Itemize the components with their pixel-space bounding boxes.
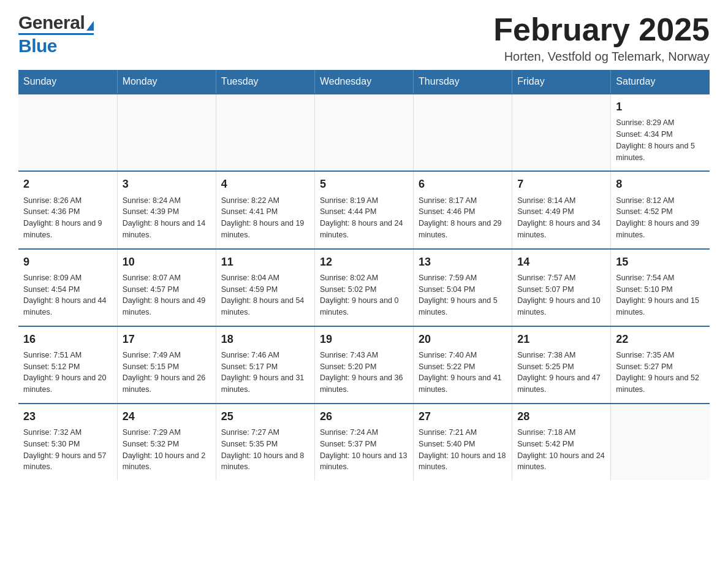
- day-number: 4: [221, 177, 309, 192]
- calendar-day-cell: [18, 94, 117, 171]
- calendar-day-cell: 5Sunrise: 8:19 AMSunset: 4:44 PMDaylight…: [314, 171, 413, 248]
- page-header: General Blue February 2025 Horten, Vestf…: [18, 12, 710, 64]
- day-info: Sunrise: 7:27 AMSunset: 5:35 PMDaylight:…: [221, 427, 309, 473]
- day-number: 5: [320, 177, 408, 192]
- calendar-day-cell: 10Sunrise: 8:07 AMSunset: 4:57 PMDayligh…: [117, 249, 216, 326]
- day-info: Sunrise: 7:49 AMSunset: 5:15 PMDaylight:…: [123, 350, 211, 396]
- day-number: 1: [616, 99, 705, 115]
- day-number: 19: [320, 332, 408, 347]
- calendar-day-cell: [414, 94, 512, 171]
- day-info: Sunrise: 7:46 AMSunset: 5:17 PMDaylight:…: [221, 350, 309, 396]
- day-info: Sunrise: 8:22 AMSunset: 4:41 PMDaylight:…: [221, 195, 309, 241]
- day-info: Sunrise: 8:17 AMSunset: 4:46 PMDaylight:…: [419, 195, 507, 241]
- calendar-week-row: 23Sunrise: 7:32 AMSunset: 5:30 PMDayligh…: [18, 404, 710, 480]
- day-info: Sunrise: 7:35 AMSunset: 5:27 PMDaylight:…: [616, 350, 705, 396]
- calendar-day-cell: 15Sunrise: 7:54 AMSunset: 5:10 PMDayligh…: [611, 249, 710, 326]
- day-info: Sunrise: 8:24 AMSunset: 4:39 PMDaylight:…: [123, 195, 211, 241]
- calendar-week-row: 2Sunrise: 8:26 AMSunset: 4:36 PMDaylight…: [18, 171, 710, 248]
- logo: General Blue: [18, 12, 94, 56]
- calendar-week-row: 16Sunrise: 7:51 AMSunset: 5:12 PMDayligh…: [18, 326, 710, 404]
- day-number: 21: [517, 332, 605, 347]
- day-info: Sunrise: 8:07 AMSunset: 4:57 PMDaylight:…: [123, 272, 211, 318]
- calendar-day-cell: [314, 94, 413, 171]
- day-number: 28: [517, 409, 605, 424]
- day-info: Sunrise: 7:32 AMSunset: 5:30 PMDaylight:…: [23, 427, 112, 473]
- calendar-day-cell: 16Sunrise: 7:51 AMSunset: 5:12 PMDayligh…: [18, 326, 117, 404]
- day-number: 15: [616, 255, 705, 270]
- day-info: Sunrise: 7:57 AMSunset: 5:07 PMDaylight:…: [517, 272, 605, 318]
- weekday-header: Tuesday: [216, 70, 314, 94]
- calendar-day-cell: 9Sunrise: 8:09 AMSunset: 4:54 PMDaylight…: [18, 249, 117, 326]
- calendar-day-cell: 2Sunrise: 8:26 AMSunset: 4:36 PMDaylight…: [18, 171, 117, 248]
- weekday-header: Thursday: [414, 70, 512, 94]
- day-number: 25: [221, 409, 309, 424]
- day-number: 6: [419, 177, 507, 192]
- logo-general-text: General: [18, 12, 85, 33]
- day-number: 16: [23, 332, 112, 347]
- calendar-day-cell: 17Sunrise: 7:49 AMSunset: 5:15 PMDayligh…: [117, 326, 216, 404]
- calendar-day-cell: 11Sunrise: 8:04 AMSunset: 4:59 PMDayligh…: [216, 249, 314, 326]
- day-info: Sunrise: 7:18 AMSunset: 5:42 PMDaylight:…: [517, 427, 605, 473]
- day-info: Sunrise: 7:43 AMSunset: 5:20 PMDaylight:…: [320, 350, 408, 396]
- logo-arrow-icon: [86, 21, 94, 31]
- day-info: Sunrise: 7:59 AMSunset: 5:04 PMDaylight:…: [419, 272, 507, 318]
- day-number: 18: [221, 332, 309, 347]
- calendar-week-row: 1Sunrise: 8:29 AMSunset: 4:34 PMDaylight…: [18, 94, 710, 171]
- calendar-day-cell: 20Sunrise: 7:40 AMSunset: 5:22 PMDayligh…: [414, 326, 512, 404]
- day-info: Sunrise: 8:14 AMSunset: 4:49 PMDaylight:…: [517, 195, 605, 241]
- weekday-header: Sunday: [18, 70, 117, 94]
- calendar-day-cell: 1Sunrise: 8:29 AMSunset: 4:34 PMDaylight…: [611, 94, 710, 171]
- calendar-day-cell: 27Sunrise: 7:21 AMSunset: 5:40 PMDayligh…: [414, 404, 512, 480]
- calendar-day-cell: 4Sunrise: 8:22 AMSunset: 4:41 PMDaylight…: [216, 171, 314, 248]
- day-info: Sunrise: 8:19 AMSunset: 4:44 PMDaylight:…: [320, 195, 408, 241]
- day-info: Sunrise: 7:38 AMSunset: 5:25 PMDaylight:…: [517, 350, 605, 396]
- calendar-table: SundayMondayTuesdayWednesdayThursdayFrid…: [18, 70, 710, 480]
- day-info: Sunrise: 8:26 AMSunset: 4:36 PMDaylight:…: [23, 195, 112, 241]
- day-number: 9: [23, 255, 112, 270]
- day-number: 12: [320, 255, 408, 270]
- calendar-day-cell: 21Sunrise: 7:38 AMSunset: 5:25 PMDayligh…: [512, 326, 611, 404]
- weekday-header: Monday: [117, 70, 216, 94]
- calendar-day-cell: [512, 94, 611, 171]
- day-number: 22: [616, 332, 705, 347]
- calendar-day-cell: [216, 94, 314, 171]
- day-number: 27: [419, 409, 507, 424]
- calendar-day-cell: 28Sunrise: 7:18 AMSunset: 5:42 PMDayligh…: [512, 404, 611, 480]
- calendar-day-cell: 13Sunrise: 7:59 AMSunset: 5:04 PMDayligh…: [414, 249, 512, 326]
- day-info: Sunrise: 7:21 AMSunset: 5:40 PMDaylight:…: [419, 427, 507, 473]
- calendar-day-cell: 19Sunrise: 7:43 AMSunset: 5:20 PMDayligh…: [314, 326, 413, 404]
- calendar-day-cell: 14Sunrise: 7:57 AMSunset: 5:07 PMDayligh…: [512, 249, 611, 326]
- weekday-header: Wednesday: [314, 70, 413, 94]
- day-number: 13: [419, 255, 507, 270]
- day-info: Sunrise: 8:04 AMSunset: 4:59 PMDaylight:…: [221, 272, 309, 318]
- calendar-week-row: 9Sunrise: 8:09 AMSunset: 4:54 PMDaylight…: [18, 249, 710, 326]
- day-number: 2: [23, 177, 112, 192]
- day-info: Sunrise: 7:51 AMSunset: 5:12 PMDaylight:…: [23, 350, 112, 396]
- calendar-day-cell: 24Sunrise: 7:29 AMSunset: 5:32 PMDayligh…: [117, 404, 216, 480]
- calendar-day-cell: 3Sunrise: 8:24 AMSunset: 4:39 PMDaylight…: [117, 171, 216, 248]
- calendar-day-cell: 25Sunrise: 7:27 AMSunset: 5:35 PMDayligh…: [216, 404, 314, 480]
- day-number: 26: [320, 409, 408, 424]
- day-info: Sunrise: 7:40 AMSunset: 5:22 PMDaylight:…: [419, 350, 507, 396]
- day-info: Sunrise: 8:12 AMSunset: 4:52 PMDaylight:…: [616, 195, 705, 241]
- day-number: 11: [221, 255, 309, 270]
- calendar-day-cell: [117, 94, 216, 171]
- day-number: 17: [123, 332, 211, 347]
- day-number: 3: [123, 177, 211, 192]
- calendar-day-cell: 18Sunrise: 7:46 AMSunset: 5:17 PMDayligh…: [216, 326, 314, 404]
- calendar-day-cell: 7Sunrise: 8:14 AMSunset: 4:49 PMDaylight…: [512, 171, 611, 248]
- day-info: Sunrise: 8:29 AMSunset: 4:34 PMDaylight:…: [616, 117, 705, 163]
- day-number: 7: [517, 177, 605, 192]
- weekday-header: Friday: [512, 70, 611, 94]
- day-info: Sunrise: 7:29 AMSunset: 5:32 PMDaylight:…: [123, 427, 211, 473]
- weekday-header: Saturday: [611, 70, 710, 94]
- page-subtitle: Horten, Vestfold og Telemark, Norway: [493, 50, 710, 64]
- title-section: February 2025 Horten, Vestfold og Telema…: [493, 12, 710, 64]
- day-number: 23: [23, 409, 112, 424]
- day-number: 20: [419, 332, 507, 347]
- calendar-day-cell: 8Sunrise: 8:12 AMSunset: 4:52 PMDaylight…: [611, 171, 710, 248]
- logo-blue-text: Blue: [18, 33, 94, 56]
- calendar-day-cell: 12Sunrise: 8:02 AMSunset: 5:02 PMDayligh…: [314, 249, 413, 326]
- day-number: 24: [123, 409, 211, 424]
- calendar-day-cell: 26Sunrise: 7:24 AMSunset: 5:37 PMDayligh…: [314, 404, 413, 480]
